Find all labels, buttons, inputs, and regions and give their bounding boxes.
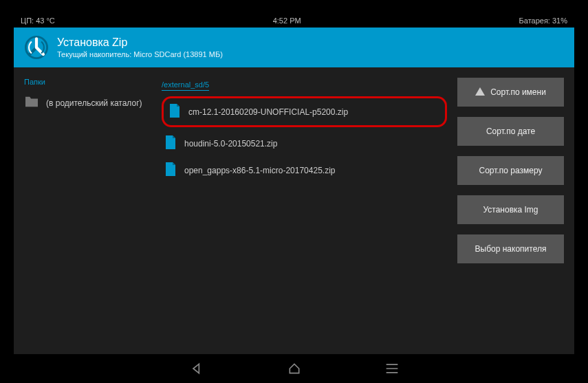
- file-row[interactable]: houdini-5.0-20150521.zip: [162, 130, 447, 157]
- twrp-logo-icon: [24, 35, 49, 60]
- button-label: Сорт.по размеру: [479, 166, 543, 175]
- status-bar: ЦП: 43 °C 4:52 PM Батарея: 31%: [14, 14, 574, 28]
- file-row[interactable]: cm-12.1-20160209-UNOFFICIAL-p5200.zip: [169, 102, 439, 121]
- parent-folder-row[interactable]: (в родительский каталог): [24, 91, 148, 114]
- button-label: Выбор накопителя: [475, 244, 547, 254]
- file-row[interactable]: open_gapps-x86-5.1-micro-20170425.zip: [162, 157, 447, 184]
- select-storage-button[interactable]: Выбор накопителя: [457, 234, 564, 263]
- nav-bar: [14, 354, 574, 383]
- file-name: houdini-5.0-20150521.zip: [184, 139, 277, 149]
- page-title: Установка Zip: [57, 36, 223, 49]
- sort-by-name-button[interactable]: Сорт.по имени: [457, 78, 564, 107]
- battery-label: Батарея: 31%: [519, 17, 567, 25]
- button-label: Установка Img: [483, 205, 538, 215]
- folders-label: Папки: [24, 78, 148, 86]
- storage-subtitle: Текущий накопитель: Micro SDCard (13891 …: [57, 50, 223, 58]
- cpu-temp: ЦП: 43 °C: [21, 17, 55, 25]
- folder-icon: [24, 96, 39, 110]
- sort-ascending-icon: [475, 87, 485, 98]
- file-icon: [169, 104, 180, 120]
- sort-by-size-button[interactable]: Сорт.по размеру: [457, 156, 564, 185]
- highlight-annotation: cm-12.1-20160209-UNOFFICIAL-p5200.zip: [162, 96, 447, 127]
- clock: 4:52 PM: [55, 17, 519, 25]
- home-icon[interactable]: [287, 361, 302, 376]
- button-label: Сорт.по имени: [490, 87, 546, 97]
- folder-name: (в родительский каталог): [46, 98, 142, 108]
- file-name: open_gapps-x86-5.1-micro-20170425.zip: [184, 166, 335, 175]
- file-icon: [165, 135, 176, 151]
- menu-icon[interactable]: [384, 361, 400, 376]
- path-label: /external_sd/5: [162, 80, 209, 91]
- install-img-button[interactable]: Установка Img: [457, 195, 564, 224]
- header: Установка Zip Текущий накопитель: Micro …: [14, 28, 574, 67]
- file-name: cm-12.1-20160209-UNOFFICIAL-p5200.zip: [188, 107, 348, 117]
- file-icon: [165, 162, 176, 178]
- back-icon[interactable]: [189, 361, 204, 376]
- button-label: Сорт.по дате: [486, 127, 535, 136]
- sort-by-date-button[interactable]: Сорт.по дате: [457, 117, 564, 146]
